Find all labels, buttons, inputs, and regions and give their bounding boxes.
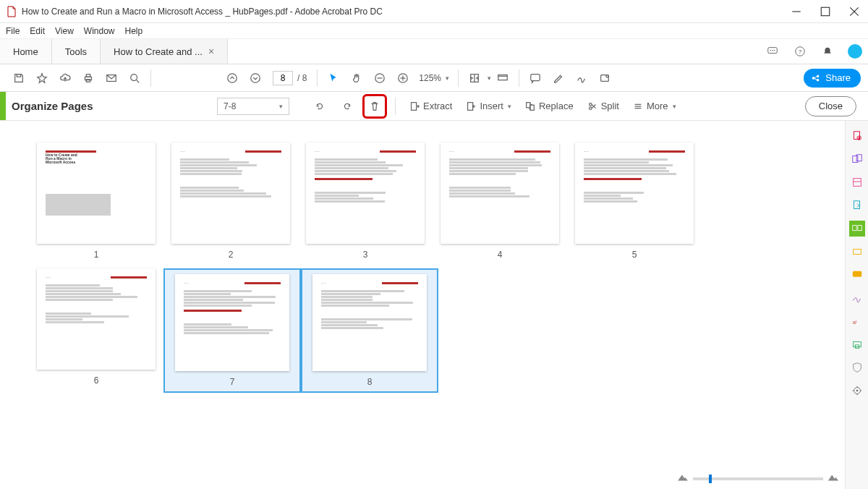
menu-bar: File Edit View Window Help xyxy=(0,23,868,39)
svg-line-16 xyxy=(137,80,140,82)
svg-point-15 xyxy=(131,74,137,80)
fit-dropdown-icon[interactable]: ▾ xyxy=(488,75,491,82)
highlight-icon[interactable] xyxy=(548,68,569,88)
zoom-level[interactable]: 125%▾ xyxy=(419,73,449,83)
read-mode-icon[interactable] xyxy=(493,68,513,88)
page-number-label: 1 xyxy=(94,250,99,260)
page-thumbnail[interactable]: How to Create and Run a Macro in Microso… xyxy=(29,143,163,260)
search-icon[interactable] xyxy=(124,68,145,88)
star-icon[interactable] xyxy=(32,68,52,88)
more-button[interactable]: More▾ xyxy=(628,96,681,116)
thumb-zoom-slider[interactable] xyxy=(693,477,823,480)
delete-button[interactable] xyxy=(365,96,385,116)
svg-rect-28 xyxy=(601,75,609,81)
replace-button[interactable]: Replace xyxy=(520,96,578,116)
page-thumbnail[interactable]: — —2 xyxy=(163,143,298,260)
rotate-cw-icon[interactable] xyxy=(337,96,357,116)
page-thumbnail[interactable]: — —4 xyxy=(433,143,567,260)
page-up-icon[interactable] xyxy=(222,68,242,88)
hand-icon[interactable] xyxy=(346,68,367,88)
page-total-label: / 8 xyxy=(297,73,307,83)
menu-file[interactable]: File xyxy=(6,26,20,36)
tool-xml-icon[interactable]: xi xyxy=(849,313,865,329)
svg-rect-10 xyxy=(17,74,20,77)
svg-text:xi: xi xyxy=(851,320,856,326)
page-number-input[interactable] xyxy=(273,71,293,85)
page-thumbnail[interactable]: — —7 xyxy=(163,268,301,393)
svg-point-56 xyxy=(856,390,858,392)
svg-rect-1 xyxy=(821,7,829,15)
tool-fill-sign-icon[interactable] xyxy=(849,290,865,306)
comment-icon[interactable] xyxy=(525,68,545,88)
page-preview: — — xyxy=(306,143,425,244)
split-button[interactable]: Split xyxy=(582,96,624,116)
page-preview: — — xyxy=(175,274,289,371)
sign-icon[interactable] xyxy=(571,68,592,88)
extract-button[interactable]: Extract xyxy=(404,96,456,116)
menu-edit[interactable]: Edit xyxy=(30,26,45,36)
menu-view[interactable]: View xyxy=(55,26,74,36)
tool-comment-icon[interactable] xyxy=(849,267,865,283)
print-icon[interactable] xyxy=(78,68,98,88)
thumb-large-icon[interactable] xyxy=(827,472,839,486)
account-avatar[interactable] xyxy=(848,44,862,59)
tool-send-icon[interactable] xyxy=(849,244,865,260)
close-tab-icon[interactable]: × xyxy=(208,46,214,57)
page-thumbnail[interactable]: — —8 xyxy=(301,268,438,393)
svg-rect-12 xyxy=(86,74,90,77)
page-number-label: 8 xyxy=(367,377,373,387)
page-preview: — — xyxy=(441,143,559,244)
share-button[interactable]: Share xyxy=(804,69,861,88)
tool-active-indicator xyxy=(0,92,6,120)
svg-point-18 xyxy=(251,73,260,82)
page-thumbnail[interactable]: — —5 xyxy=(567,143,702,260)
tool-combine-icon[interactable] xyxy=(849,151,865,167)
bell-icon[interactable] xyxy=(820,44,835,59)
zoom-in-icon[interactable] xyxy=(393,68,413,88)
right-tool-panel: xi xyxy=(845,121,868,489)
menu-help[interactable]: Help xyxy=(125,26,143,36)
zoom-out-icon[interactable] xyxy=(370,68,390,88)
page-thumbnail[interactable]: — —3 xyxy=(298,143,433,260)
page-down-icon[interactable] xyxy=(245,68,265,88)
tab-home[interactable]: Home xyxy=(0,39,52,64)
minimize-button[interactable] xyxy=(790,5,803,18)
tool-create-pdf-icon[interactable] xyxy=(849,128,865,144)
thumbnail-zoom xyxy=(677,472,839,486)
mail-icon[interactable] xyxy=(101,68,122,88)
insert-button[interactable]: Insert▾ xyxy=(461,96,516,116)
page-thumbnail[interactable]: — —6 xyxy=(29,268,163,393)
organize-toolbar: Organize Pages 7-8▾ Extract Insert▾ Repl… xyxy=(0,92,868,121)
page-number-label: 3 xyxy=(363,250,368,260)
page-number-label: 6 xyxy=(94,375,99,386)
page-range-input[interactable]: 7-8▾ xyxy=(217,98,289,115)
svg-rect-50 xyxy=(853,249,861,254)
cloud-icon[interactable] xyxy=(55,68,75,88)
close-window-button[interactable] xyxy=(848,5,861,18)
tool-more-icon[interactable] xyxy=(849,383,865,399)
tab-tools[interactable]: Tools xyxy=(52,39,101,64)
tool-export-icon[interactable] xyxy=(849,197,865,213)
tool-protect-icon[interactable] xyxy=(849,360,865,375)
svg-point-17 xyxy=(228,73,237,82)
tool-organize-icon[interactable] xyxy=(849,221,865,237)
tool-print-production-icon[interactable] xyxy=(849,336,865,352)
pointer-icon[interactable] xyxy=(323,68,344,88)
rotate-ccw-icon[interactable] xyxy=(310,96,330,116)
tool-edit-icon[interactable] xyxy=(849,174,865,190)
fit-width-icon[interactable] xyxy=(464,68,485,88)
tab-document[interactable]: How to Create and ... × xyxy=(101,39,228,64)
thumb-small-icon[interactable] xyxy=(677,472,689,486)
menu-window[interactable]: Window xyxy=(84,26,115,36)
svg-rect-13 xyxy=(86,79,90,82)
svg-rect-49 xyxy=(857,226,861,231)
maximize-button[interactable] xyxy=(819,5,832,18)
svg-rect-45 xyxy=(853,179,861,187)
svg-rect-30 xyxy=(412,102,417,110)
close-tool-button[interactable]: Close xyxy=(805,96,856,116)
save-icon[interactable] xyxy=(9,68,29,88)
title-bar: How to Create and Run a Macro in Microso… xyxy=(0,0,868,23)
stamp-icon[interactable] xyxy=(595,68,615,88)
help-icon[interactable]: ? xyxy=(793,44,807,59)
chat-icon[interactable] xyxy=(765,44,780,59)
